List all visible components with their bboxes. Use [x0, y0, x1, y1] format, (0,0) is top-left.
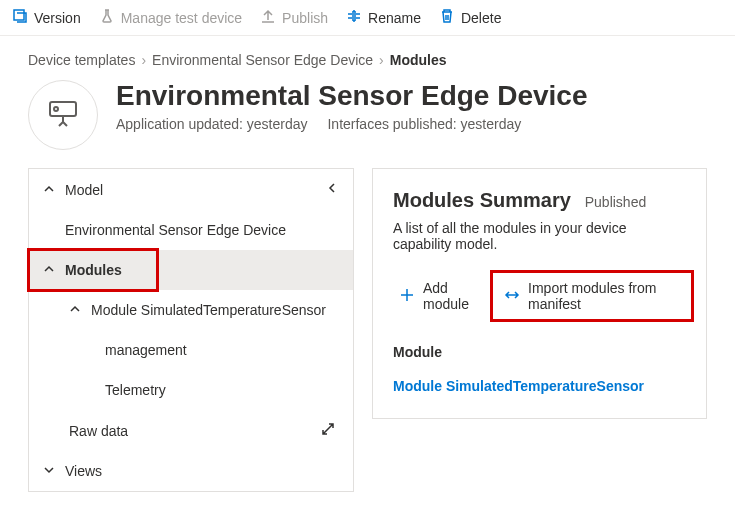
sidebar: Model Environmental Sensor Edge Device M… [28, 168, 354, 492]
delete-label: Delete [461, 10, 501, 26]
manage-test-label: Manage test device [121, 10, 242, 26]
module-link[interactable]: Module SimulatedTemperatureSensor [393, 378, 686, 394]
telemetry-label: Telemetry [105, 382, 166, 398]
version-button[interactable]: Version [12, 8, 81, 27]
breadcrumb-parent[interactable]: Environmental Sensor Edge Device [152, 52, 373, 68]
version-icon [12, 8, 28, 27]
panel-title: Modules Summary [393, 189, 571, 212]
plus-icon [399, 287, 415, 306]
breadcrumb-root[interactable]: Device templates [28, 52, 135, 68]
delete-button[interactable]: Delete [439, 8, 501, 27]
modules-summary-panel: Modules Summary Published A list of all … [372, 168, 707, 419]
import-modules-label: Import modules from manifest [528, 280, 680, 312]
rename-button[interactable]: Rename [346, 8, 421, 27]
raw-data-label: Raw data [69, 423, 128, 439]
chevron-up-icon [43, 182, 65, 198]
module-sts-label: Module SimulatedTemperatureSensor [91, 302, 326, 318]
chevron-left-icon [325, 181, 339, 198]
breadcrumb: Device templates › Environmental Sensor … [0, 36, 735, 72]
sidebar-item-raw-data[interactable]: Raw data [29, 410, 353, 451]
modules-label: Modules [65, 262, 122, 278]
app-updated-text: Application updated: yesterday [116, 116, 307, 132]
svg-point-2 [54, 107, 58, 111]
import-icon [504, 287, 520, 306]
sidebar-item-device[interactable]: Environmental Sensor Edge Device [29, 210, 353, 250]
management-label: management [105, 342, 187, 358]
module-heading: Module [393, 344, 686, 360]
upload-icon [260, 8, 276, 27]
chevron-right-icon: › [379, 52, 384, 68]
rename-icon [346, 8, 362, 27]
device-icon [45, 96, 81, 135]
expand-icon[interactable] [321, 422, 339, 439]
interfaces-published-text: Interfaces published: yesterday [327, 116, 521, 132]
trash-icon [439, 8, 455, 27]
chevron-right-icon: › [141, 52, 146, 68]
chevron-up-icon [69, 302, 91, 318]
add-module-button[interactable]: Add module [393, 276, 488, 316]
status-badge: Published [585, 194, 647, 210]
publish-button: Publish [260, 8, 328, 27]
publish-label: Publish [282, 10, 328, 26]
rename-label: Rename [368, 10, 421, 26]
model-label: Model [65, 182, 103, 198]
page-title: Environmental Sensor Edge Device [116, 80, 588, 112]
import-modules-button[interactable]: Import modules from manifest [498, 276, 686, 316]
device-avatar [28, 80, 98, 150]
sidebar-item-management[interactable]: management [29, 330, 353, 370]
flask-icon [99, 8, 115, 27]
sidebar-item-modules[interactable]: Modules [29, 250, 353, 290]
breadcrumb-current: Modules [390, 52, 447, 68]
sidebar-item-model[interactable]: Model [29, 169, 353, 210]
add-module-label: Add module [423, 280, 482, 312]
svg-rect-0 [14, 10, 24, 20]
sidebar-item-telemetry[interactable]: Telemetry [29, 370, 353, 410]
version-label: Version [34, 10, 81, 26]
views-label: Views [65, 463, 102, 479]
panel-description: A list of all the modules in your device… [393, 220, 686, 252]
chevron-up-icon [43, 262, 65, 278]
chevron-down-icon [43, 463, 65, 479]
device-label: Environmental Sensor Edge Device [65, 222, 286, 238]
sidebar-item-module-sts[interactable]: Module SimulatedTemperatureSensor [29, 290, 353, 330]
manage-test-device-button: Manage test device [99, 8, 242, 27]
sidebar-item-views[interactable]: Views [29, 451, 353, 491]
